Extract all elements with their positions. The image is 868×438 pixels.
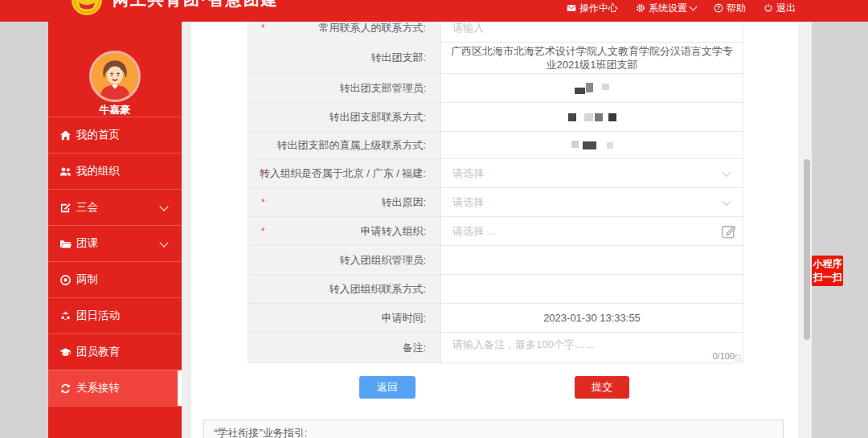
sidebar-item-三会[interactable]: 三会: [48, 189, 182, 225]
form-label-cell: *申请转入组织:: [248, 217, 441, 245]
top-menu-item[interactable]: ?帮助: [714, 0, 746, 16]
form-value-cell: 广西区北海市北海艺术设计学院人文教育学院分汉语言文学专业2021级1班团支部: [441, 43, 743, 73]
sidebar-item-label: 我的组织: [76, 164, 120, 178]
form-label-cell: 转出团支部联系方式:: [248, 103, 441, 131]
sidebar-item-团课[interactable]: 团课: [48, 225, 182, 261]
back-button[interactable]: 返回: [359, 376, 416, 399]
form-row: *转出原因:请选择: [248, 188, 743, 217]
form-value-cell[interactable]: 请选择 ...: [441, 217, 743, 245]
sidebar-item-label: 两制: [76, 272, 98, 287]
sidebar-item-团日活动[interactable]: 团日活动: [48, 297, 182, 334]
char-counter: 0/100: [712, 351, 735, 361]
user-name: 牛嘉豪: [48, 103, 182, 117]
form-value-cell: 2023-01-30 13:33:55: [441, 304, 743, 332]
form-value-cell[interactable]: 请输入备注，最多100个字……0/100: [441, 333, 743, 362]
form-row: *申请转入组织:请选择 ...: [248, 217, 743, 246]
form-label: 申请时间:: [381, 311, 426, 325]
form-label: 转入团组织联系方式:: [329, 282, 426, 297]
required-asterisk: *: [261, 226, 265, 237]
scrollbar-thumb[interactable]: [804, 159, 810, 340]
form-label: 转入团组织管理员:: [339, 253, 426, 268]
sync-icon: [59, 383, 72, 395]
form-value-cell[interactable]: 请选择: [441, 159, 743, 187]
select-placeholder: 请选择: [441, 195, 484, 210]
form-row: 申请时间:2023-01-30 13:33:55: [248, 304, 743, 333]
form-row: 转入团组织管理员:: [248, 246, 743, 275]
chevron-down-icon: [690, 3, 698, 11]
form-value-cell: [441, 132, 743, 158]
form-label: 转入组织是否属于北京 / 广东 / 福建:: [260, 166, 426, 181]
question-icon: ?: [714, 3, 723, 13]
form-label-cell: 申请时间:: [248, 304, 441, 332]
compose-icon: [59, 202, 72, 214]
form-static-value: 广西区北海市北海艺术设计学院人文教育学院分汉语言文学专业2021级1班团支部: [441, 43, 743, 73]
users-icon: [59, 166, 72, 178]
sidebar-item-两制[interactable]: 两制: [48, 261, 182, 297]
main-panel: *常用联系人的联系方式:请输入转出团支部:广西区北海市北海艺术设计学院人文教育学…: [191, 22, 798, 438]
svg-text:?: ?: [717, 5, 720, 10]
sidebar-item-我的首页[interactable]: 我的首页: [48, 117, 182, 153]
form-label: 转出原因:: [381, 195, 426, 210]
form-label-cell: *转出原因:: [248, 188, 441, 216]
league-emblem-logo: [71, 0, 103, 16]
sidebar-item-团员教育[interactable]: 团员教育: [48, 334, 182, 370]
gear-icon: [636, 3, 645, 13]
guide-box: “学社衔接”业务指引:: [203, 420, 784, 438]
form-label-cell: *常用联系人的联系方式:: [248, 22, 441, 42]
profile-block: 牛嘉豪: [48, 22, 182, 117]
top-menu-item[interactable]: 系统设置: [636, 0, 696, 16]
form-label-cell: 转出团支部的直属上级联系方式:: [248, 132, 441, 158]
sidebar-item-关系接转[interactable]: 关系接转: [48, 370, 182, 406]
required-asterisk: *: [261, 168, 265, 179]
top-header: 网上共青团·智慧团建 操作中心系统设置?帮助退出: [0, 0, 868, 22]
sidebar-filler: [48, 406, 182, 438]
form-static-value: [441, 259, 743, 262]
form-actions: 返回 提交: [191, 376, 798, 399]
select-placeholder: 请选择: [441, 166, 484, 181]
form-label: 申请转入组织:: [360, 224, 426, 239]
top-menu-item-label: 系统设置: [649, 2, 687, 15]
submit-button[interactable]: 提交: [575, 376, 629, 399]
mini-program-badge-line2: 扫一扫: [812, 271, 843, 284]
form-value-cell[interactable]: 请选择: [441, 188, 743, 216]
resize-handle[interactable]: [735, 354, 742, 362]
form-label-cell: *转入组织是否属于北京 / 广东 / 福建:: [248, 159, 441, 187]
form-label: 转出团支部管理员:: [339, 81, 426, 96]
top-menu-item[interactable]: 退出: [764, 0, 796, 16]
masked-block: [602, 84, 609, 90]
sidebar-item-label: 关系接转: [76, 381, 120, 395]
form-value-cell: [441, 246, 743, 274]
masked-block: [608, 113, 616, 121]
sidebar-item-label: 三会: [76, 200, 98, 215]
chevron-down-icon: [722, 196, 731, 205]
text-input-placeholder: 请输入: [441, 22, 484, 35]
form-label-cell: 备注:: [248, 333, 441, 362]
sidebar-item-label: 团课: [76, 236, 98, 251]
sidebar-item-我的组织[interactable]: 我的组织: [48, 153, 182, 189]
content-gap-strip: [182, 22, 191, 438]
masked-block: [583, 141, 596, 149]
avatar: [89, 51, 141, 102]
recycle-icon: [59, 310, 72, 322]
mini-program-badge[interactable]: 小程序 扫一扫: [812, 256, 843, 286]
home-icon: [59, 129, 72, 141]
form-row: *转入组织是否属于北京 / 广东 / 福建:请选择: [248, 159, 743, 188]
masked-block: [568, 113, 576, 121]
form-row: 转出团支部管理员:: [248, 74, 743, 103]
top-menu-item[interactable]: 操作中心: [567, 0, 618, 16]
form-label-cell: 转入团组织联系方式:: [248, 275, 441, 303]
masked-value: [441, 83, 743, 94]
edit-icon[interactable]: [720, 223, 737, 239]
masked-block: [595, 113, 603, 121]
form-static-value: 2023-01-30 13:33:55: [441, 309, 743, 326]
chevron-down-icon: [159, 238, 168, 247]
folder-icon: [59, 238, 72, 250]
sidebar-item-label: 我的首页: [76, 128, 120, 142]
form-label: 转出团支部:: [371, 51, 426, 65]
power-icon: [764, 3, 773, 13]
top-menu-item-label: 帮助: [727, 2, 746, 15]
masked-block: [607, 142, 613, 149]
form-value-cell[interactable]: 请输入: [441, 22, 743, 42]
sidebar: 牛嘉豪 我的首页我的组织三会团课两制团日活动团员教育关系接转: [48, 22, 182, 438]
form-value-cell: [441, 103, 743, 131]
